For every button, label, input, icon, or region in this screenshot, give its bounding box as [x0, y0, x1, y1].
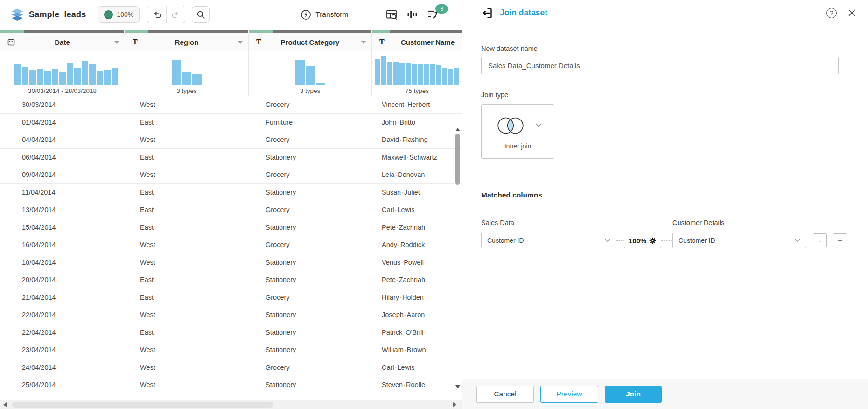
table-cell[interactable]: Furniture	[249, 119, 372, 126]
search-button[interactable]	[192, 6, 210, 23]
undo-button[interactable]	[147, 6, 166, 23]
column-menu-caret[interactable]	[238, 41, 243, 44]
table-cell[interactable]: David·Flashing	[372, 136, 462, 143]
table-row[interactable]: 21/04/2014EastGroceryHilary·Holden	[0, 289, 462, 307]
table-cell[interactable]: West	[125, 259, 249, 266]
table-cell[interactable]: 15/04/2014	[0, 224, 125, 231]
table-cell[interactable]: 16/04/2014	[0, 241, 125, 248]
table-cell[interactable]: Lela·Donovan	[372, 171, 462, 178]
column-quality-bar[interactable]	[125, 30, 248, 33]
applied-steps-button[interactable]: 8	[424, 6, 441, 23]
table-row[interactable]: 26/04/2014EastStationeryNathan·Autrey	[0, 394, 462, 400]
table-row[interactable]: 30/03/2014WestGroceryVincent·Herbert	[0, 96, 462, 114]
table-cell[interactable]: Stationery	[249, 329, 372, 336]
table-cell[interactable]: Grocery	[249, 136, 372, 143]
table-row[interactable]: 13/04/2014EastGroceryCarl·Lewis	[0, 201, 462, 219]
table-cell[interactable]: John·Britto	[372, 119, 462, 126]
table-cell[interactable]: 30/03/2014	[0, 101, 125, 108]
table-cell[interactable]: 22/04/2014	[0, 311, 125, 318]
close-button[interactable]	[848, 9, 856, 17]
table-cell[interactable]: West	[125, 171, 249, 178]
right-column-select[interactable]: Customer ID	[672, 233, 806, 248]
table-cell[interactable]: West	[125, 381, 249, 388]
table-cell[interactable]: 04/04/2014	[0, 136, 125, 143]
scroll-down-arrow[interactable]	[455, 385, 460, 388]
table-cell[interactable]: Vincent·Herbert	[372, 101, 462, 108]
new-dataset-name-input[interactable]	[481, 57, 839, 74]
redo-button[interactable]	[166, 6, 185, 23]
table-cell[interactable]: 20/04/2014	[0, 276, 125, 283]
table-cell[interactable]: Venus·Powell	[372, 259, 462, 266]
table-cell[interactable]: East	[125, 329, 249, 336]
column-stats-button[interactable]	[404, 6, 420, 23]
left-column-select[interactable]: Customer ID	[481, 233, 616, 248]
table-cell[interactable]: 23/04/2014	[0, 346, 125, 353]
cancel-button[interactable]: Cancel	[476, 386, 534, 403]
table-cell[interactable]: Andy·Roddick	[372, 241, 462, 248]
vertical-scrollbar[interactable]	[455, 128, 461, 388]
table-cell[interactable]: East	[125, 189, 249, 196]
table-cell[interactable]: East	[125, 294, 249, 301]
table-row[interactable]: 25/04/2014WestStationerySteven·Roelle	[0, 376, 462, 394]
column-histogram[interactable]: 3 types	[249, 51, 372, 96]
table-cell[interactable]: Grocery	[249, 101, 372, 108]
table-cell[interactable]: 21/04/2014	[0, 294, 125, 301]
table-cell[interactable]: Stationery	[249, 381, 372, 388]
column-header-region[interactable]: TRegion	[125, 33, 249, 51]
column-menu-caret[interactable]	[114, 41, 119, 44]
table-cell[interactable]: Grocery	[249, 241, 372, 248]
table-cell[interactable]: Stationery	[249, 346, 372, 353]
table-cell[interactable]: 18/04/2014	[0, 259, 125, 266]
table-cell[interactable]: Joseph·Aaron	[372, 311, 462, 318]
table-cell[interactable]: Maxwell·Schwartz	[372, 154, 462, 161]
table-cell[interactable]: East	[125, 119, 249, 126]
table-cell[interactable]: Grocery	[249, 294, 372, 301]
table-cell[interactable]: East	[125, 276, 249, 283]
table-cell[interactable]: Carl·Lewis	[372, 206, 462, 213]
table-cell[interactable]: 22/04/2014	[0, 329, 125, 336]
scroll-right-arrow[interactable]	[453, 402, 456, 407]
table-row[interactable]: 23/04/2014WestStationeryWilliam·Brown	[0, 341, 462, 359]
column-quality-bar[interactable]	[0, 30, 124, 33]
table-cell[interactable]: Grocery	[249, 171, 372, 178]
table-row[interactable]: 04/04/2014WestGroceryDavid·Flashing	[0, 131, 462, 149]
table-cell[interactable]: East	[125, 206, 249, 213]
horizontal-scrollbar[interactable]	[0, 400, 462, 409]
column-histogram[interactable]: 3 types	[125, 51, 249, 96]
column-header-customer-name[interactable]: TCustomer Name	[372, 33, 462, 51]
table-cell[interactable]: Stationery	[249, 154, 372, 161]
data-quality-pill[interactable]: 100%	[98, 6, 140, 23]
table-cell[interactable]: 11/04/2014	[0, 189, 125, 196]
table-cell[interactable]: Stationery	[249, 189, 372, 196]
table-cell[interactable]: William·Brown	[372, 346, 462, 353]
column-quality-bar[interactable]	[372, 30, 462, 33]
table-row[interactable]: 11/04/2014EastStationerySusan·Juliet	[0, 184, 462, 202]
column-histogram[interactable]: 30/03/2014 - 28/03/2018	[0, 51, 125, 96]
table-cell[interactable]: West	[125, 136, 249, 143]
table-cell[interactable]: 25/04/2014	[0, 381, 125, 388]
table-row[interactable]: 20/04/2014EastStationeryPete·Zachriah	[0, 271, 462, 289]
table-cell[interactable]: 06/04/2014	[0, 154, 125, 161]
remove-match-button[interactable]: -	[813, 233, 827, 247]
add-match-button[interactable]: +	[833, 233, 847, 247]
table-cell[interactable]: Grocery	[249, 364, 372, 371]
help-button[interactable]: ?	[826, 8, 837, 18]
table-row[interactable]: 15/04/2014EastStationeryPete·Zachriah	[0, 219, 462, 237]
table-cell[interactable]: Patrick·O'Brill	[372, 329, 462, 336]
column-header-date[interactable]: Date	[0, 33, 125, 51]
table-row[interactable]: 01/04/2014EastFurnitureJohn·Britto	[0, 114, 462, 132]
table-row[interactable]: 22/04/2014EastStationeryPatrick·O'Brill	[0, 324, 462, 342]
table-cell[interactable]: Pete·Zachriah	[372, 224, 462, 231]
table-cell[interactable]: Stationery	[249, 224, 372, 231]
table-cell[interactable]: Stationery	[249, 259, 372, 266]
table-cell[interactable]: 24/04/2014	[0, 364, 125, 371]
horizontal-scroll-thumb[interactable]	[12, 402, 273, 408]
table-cell[interactable]: West	[125, 241, 249, 248]
table-cell[interactable]: West	[125, 346, 249, 353]
table-cell[interactable]: Grocery	[249, 206, 372, 213]
table-cell[interactable]: Steven·Roelle	[372, 381, 462, 388]
table-row[interactable]: 22/04/2014WestStationeryJoseph·Aaron	[0, 306, 462, 324]
vertical-scroll-thumb[interactable]	[455, 134, 460, 185]
transform-button[interactable]: Transform	[301, 9, 348, 20]
data-preview-button[interactable]	[383, 6, 400, 23]
